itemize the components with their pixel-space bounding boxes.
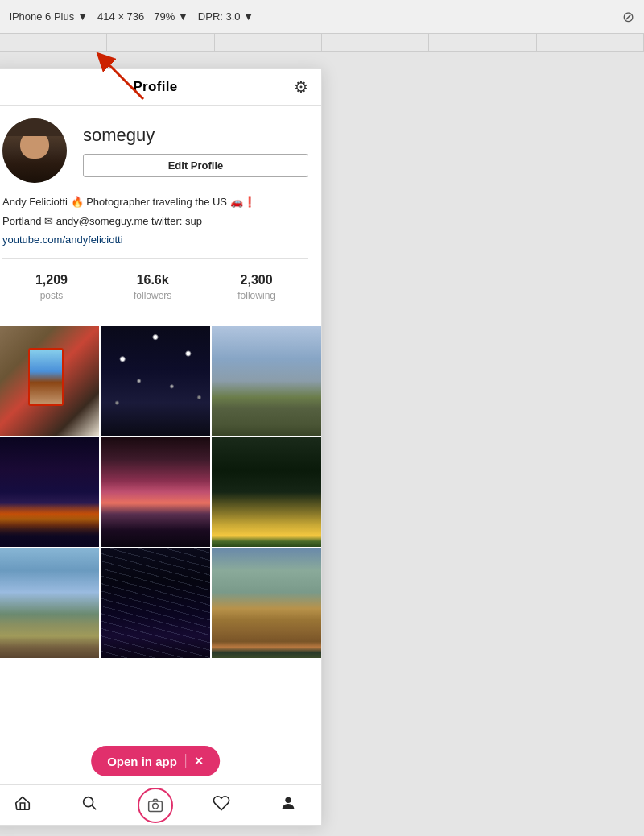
- ruler-segment: [0, 34, 107, 51]
- instagram-header: Profile ⚙: [0, 69, 321, 106]
- settings-icon[interactable]: ⚙: [294, 77, 308, 97]
- grid-photo-7[interactable]: [0, 548, 99, 658]
- device-label[interactable]: iPhone 6 Plus ▼: [10, 10, 88, 23]
- nav-heart[interactable]: [201, 785, 242, 826]
- edit-profile-button[interactable]: Edit Profile: [83, 154, 308, 177]
- bio-line2: Portland ✉ andy@someguy.me twitter: sup: [2, 213, 308, 230]
- ruler-segment: [429, 34, 536, 51]
- svg-line-3: [92, 805, 96, 809]
- profile-info: someguy Edit Profile: [83, 125, 308, 177]
- page-title: Profile: [133, 79, 177, 95]
- grid-photo-8[interactable]: [101, 548, 210, 658]
- svg-point-6: [285, 797, 291, 802]
- stat-posts: 1,209 posts: [35, 273, 68, 302]
- zoom-dropdown-icon: ▼: [178, 10, 188, 23]
- grid-photo-4[interactable]: [0, 437, 99, 547]
- search-icon: [80, 794, 98, 817]
- open-in-app-divider: [185, 754, 186, 768]
- phone-frame: Profile ⚙ someguy Edit Profile Andy Feli…: [0, 68, 322, 826]
- bottom-nav: [0, 784, 321, 825]
- grid-photo-3[interactable]: [212, 326, 321, 436]
- home-icon: [14, 794, 31, 817]
- stat-following[interactable]: 2,300 following: [237, 273, 275, 302]
- ruler-segment: [107, 34, 214, 51]
- grid-photo-5[interactable]: [101, 437, 210, 547]
- avatar-image: [2, 118, 67, 183]
- following-label: following: [237, 290, 275, 301]
- heart-icon: [213, 794, 230, 817]
- username: someguy: [83, 125, 308, 146]
- zoom-label: 79% ▼: [154, 10, 188, 23]
- dpr-label: DPR: 3.0 ▼: [198, 10, 254, 23]
- open-in-app-label: Open in app: [107, 755, 177, 768]
- dpr-value: DPR: 3.0: [198, 10, 241, 23]
- posts-count: 1,209: [35, 273, 68, 288]
- svg-point-2: [83, 797, 93, 806]
- profile-section: someguy Edit Profile Andy Feliciotti 🔥 P…: [0, 106, 321, 326]
- bio-line1: Andy Feliciotti 🔥 Photographer traveling…: [2, 194, 308, 210]
- grid-photo-6[interactable]: [212, 437, 321, 547]
- nav-profile[interactable]: [268, 785, 308, 826]
- ruler-bar: [0, 34, 644, 52]
- rotate-icon[interactable]: ⊘: [622, 8, 634, 26]
- browser-toolbar: iPhone 6 Plus ▼ 414 × 736 79% ▼ DPR: 3.0…: [0, 0, 644, 34]
- posts-label: posts: [40, 290, 64, 301]
- ruler-segment: [537, 34, 644, 51]
- followers-label: followers: [134, 290, 171, 301]
- profile-icon: [279, 794, 297, 817]
- stats-divider: [2, 258, 308, 259]
- camera-circle-highlight: [138, 788, 173, 823]
- nav-home[interactable]: [2, 785, 43, 826]
- photo-grid: [0, 326, 321, 658]
- bio-link[interactable]: youtube.com/andyfeliciotti: [2, 234, 123, 246]
- ruler-segment: [215, 34, 322, 51]
- stats-row: 1,209 posts 16.6k followers 2,300 follow…: [2, 270, 308, 313]
- grid-photo-2[interactable]: [101, 326, 210, 436]
- zoom-value: 79%: [154, 10, 175, 23]
- dpr-dropdown-icon: ▼: [243, 10, 254, 23]
- open-in-app-close-icon[interactable]: ✕: [194, 755, 204, 768]
- dimensions-label: 414 × 736: [97, 10, 144, 23]
- open-in-app-banner[interactable]: Open in app ✕: [91, 746, 220, 776]
- ruler-segment: [322, 34, 429, 51]
- followers-count: 16.6k: [134, 273, 171, 288]
- device-dropdown-icon: ▼: [77, 10, 88, 23]
- nav-search[interactable]: [69, 785, 109, 826]
- nav-camera[interactable]: [135, 785, 175, 826]
- stat-followers[interactable]: 16.6k followers: [134, 273, 171, 302]
- grid-photo-1[interactable]: [0, 326, 99, 436]
- device-name-text: iPhone 6 Plus: [10, 10, 74, 23]
- grid-photo-9[interactable]: [212, 548, 321, 658]
- following-count: 2,300: [237, 273, 275, 288]
- profile-top: someguy Edit Profile: [2, 118, 308, 183]
- svg-point-5: [153, 803, 159, 809]
- avatar: [2, 118, 67, 183]
